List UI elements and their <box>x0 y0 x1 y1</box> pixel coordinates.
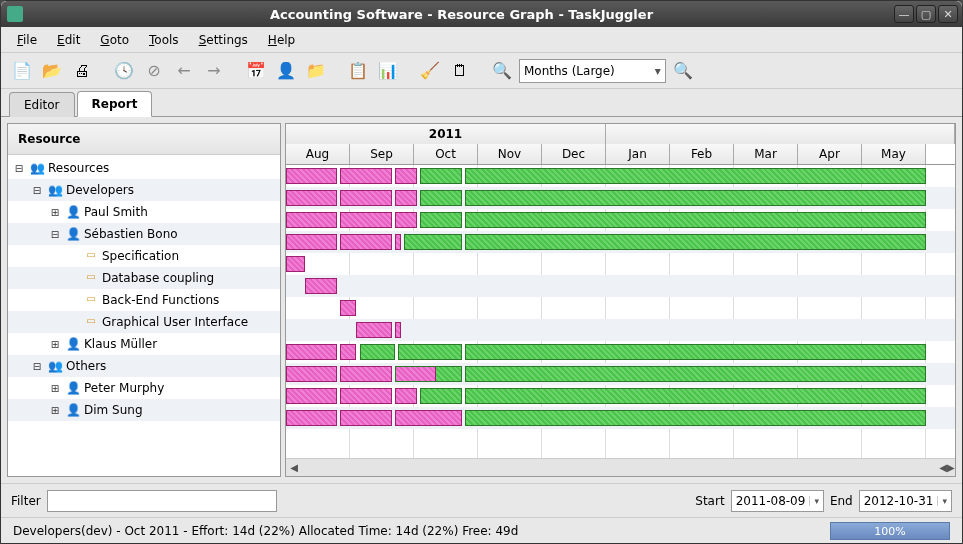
expander-icon[interactable]: ⊟ <box>48 229 62 240</box>
gantt-bar[interactable] <box>286 234 337 250</box>
menu-tools[interactable]: Tools <box>141 31 187 49</box>
print-icon[interactable]: 🖨 <box>69 58 95 84</box>
tree-row[interactable]: ▭Graphical User Interface <box>8 311 280 333</box>
tab-editor[interactable]: Editor <box>9 92 75 117</box>
gantt-bar[interactable] <box>340 388 391 404</box>
gantt-bar[interactable] <box>305 278 337 294</box>
scroll-right-icon[interactable]: ◀▶ <box>939 462 955 473</box>
gantt-bar[interactable] <box>395 388 417 404</box>
gantt-bar[interactable] <box>395 322 401 338</box>
expander-icon[interactable]: ⊞ <box>48 339 62 350</box>
tree-row[interactable]: ⊟👥Others <box>8 355 280 377</box>
gantt-bar[interactable] <box>286 410 337 426</box>
tree-row[interactable]: ⊟👥Developers <box>8 179 280 201</box>
horizontal-scrollbar[interactable]: ◀ ◀▶ <box>286 458 955 476</box>
back-icon[interactable]: ← <box>171 58 197 84</box>
gantt-bar[interactable] <box>340 344 356 360</box>
expander-icon[interactable]: ⊟ <box>30 185 44 196</box>
expander-icon[interactable]: ⊞ <box>48 405 62 416</box>
gantt-bar[interactable] <box>395 190 417 206</box>
folder-icon[interactable]: 📁 <box>303 58 329 84</box>
gantt-bar[interactable] <box>340 300 356 316</box>
tree-row[interactable]: ⊟👤Sébastien Bono <box>8 223 280 245</box>
gantt-bar[interactable] <box>420 190 462 206</box>
gantt-bar[interactable] <box>465 366 926 382</box>
resource-icon[interactable]: 👤 <box>273 58 299 84</box>
menu-help[interactable]: Help <box>260 31 303 49</box>
stop-icon[interactable]: ⊘ <box>141 58 167 84</box>
calendar-icon[interactable]: 📅 <box>243 58 269 84</box>
gantt-bar[interactable] <box>395 212 417 228</box>
end-date-field[interactable]: 2012-10-31 <box>859 490 952 512</box>
tree-row[interactable]: ⊞👤Peter Murphy <box>8 377 280 399</box>
gantt-bar[interactable] <box>420 168 462 184</box>
gantt-bar[interactable] <box>465 190 926 206</box>
scroll-left-icon[interactable]: ◀ <box>286 462 302 473</box>
gantt-bar[interactable] <box>286 256 305 272</box>
gantt-bar[interactable] <box>286 168 337 184</box>
tree-row[interactable]: ⊟👥Resources <box>8 157 280 179</box>
zoom-in-icon[interactable]: 🔍 <box>670 58 696 84</box>
gantt-bar[interactable] <box>286 366 337 382</box>
filter-input[interactable] <box>47 490 277 512</box>
menu-file[interactable]: File <box>9 31 45 49</box>
gantt-bar[interactable] <box>404 234 462 250</box>
gantt-bar[interactable] <box>420 388 462 404</box>
tree-row[interactable]: ▭Database coupling <box>8 267 280 289</box>
zoom-level-select[interactable]: Months (Large) <box>519 59 666 83</box>
tree-label: Sébastien Bono <box>84 227 178 241</box>
gantt-chart[interactable] <box>286 165 955 458</box>
tree-row[interactable]: ⊞👤Paul Smith <box>8 201 280 223</box>
tree-row[interactable]: ▭Back-End Functions <box>8 289 280 311</box>
gantt-bar[interactable] <box>465 344 926 360</box>
start-date-field[interactable]: 2011-08-09 <box>731 490 824 512</box>
expander-icon[interactable]: ⊟ <box>30 361 44 372</box>
gantt-bar[interactable] <box>286 388 337 404</box>
gantt-bar[interactable] <box>395 410 462 426</box>
clear-icon[interactable]: 🧹 <box>417 58 443 84</box>
gantt-bar[interactable] <box>395 168 417 184</box>
maximize-button[interactable]: ▢ <box>916 5 936 23</box>
gantt-bar[interactable] <box>465 168 926 184</box>
options-icon[interactable]: 🗒 <box>447 58 473 84</box>
gantt-bar[interactable] <box>420 212 462 228</box>
gantt-bar[interactable] <box>465 212 926 228</box>
gantt-bar[interactable] <box>340 366 391 382</box>
expander-icon[interactable]: ⊞ <box>48 207 62 218</box>
gantt-bar[interactable] <box>340 410 391 426</box>
gantt-bar[interactable] <box>340 234 391 250</box>
gantt-bar[interactable] <box>360 344 395 360</box>
gantt-bar[interactable] <box>340 168 391 184</box>
close-button[interactable]: ✕ <box>938 5 958 23</box>
gantt-bar[interactable] <box>340 190 391 206</box>
gantt-bar[interactable] <box>395 234 401 250</box>
gantt-bar[interactable] <box>465 410 926 426</box>
resource-tree[interactable]: ⊟👥Resources⊟👥Developers⊞👤Paul Smith⊟👤Séb… <box>8 155 280 476</box>
list-icon[interactable]: 📋 <box>345 58 371 84</box>
expander-icon[interactable]: ⊞ <box>48 383 62 394</box>
zoom-out-icon[interactable]: 🔍 <box>489 58 515 84</box>
minimize-button[interactable]: — <box>894 5 914 23</box>
forward-icon[interactable]: → <box>201 58 227 84</box>
gantt-bar[interactable] <box>465 388 926 404</box>
tab-report[interactable]: Report <box>77 91 153 117</box>
menu-edit[interactable]: Edit <box>49 31 88 49</box>
menu-goto[interactable]: Goto <box>92 31 137 49</box>
gantt-bar[interactable] <box>286 212 337 228</box>
menu-settings[interactable]: Settings <box>191 31 256 49</box>
tree-row[interactable]: ▭Specification <box>8 245 280 267</box>
refresh-icon[interactable]: 🕓 <box>111 58 137 84</box>
tasks-icon[interactable]: 📊 <box>375 58 401 84</box>
new-icon[interactable]: 📄 <box>9 58 35 84</box>
gantt-bar[interactable] <box>340 212 391 228</box>
gantt-bar[interactable] <box>398 344 462 360</box>
open-icon[interactable]: 📂 <box>39 58 65 84</box>
gantt-bar[interactable] <box>395 366 462 382</box>
gantt-bar[interactable] <box>286 190 337 206</box>
gantt-bar[interactable] <box>356 322 391 338</box>
expander-icon[interactable]: ⊟ <box>12 163 26 174</box>
tree-row[interactable]: ⊞👤Dim Sung <box>8 399 280 421</box>
gantt-bar[interactable] <box>286 344 337 360</box>
tree-row[interactable]: ⊞👤Klaus Müller <box>8 333 280 355</box>
gantt-bar[interactable] <box>465 234 926 250</box>
